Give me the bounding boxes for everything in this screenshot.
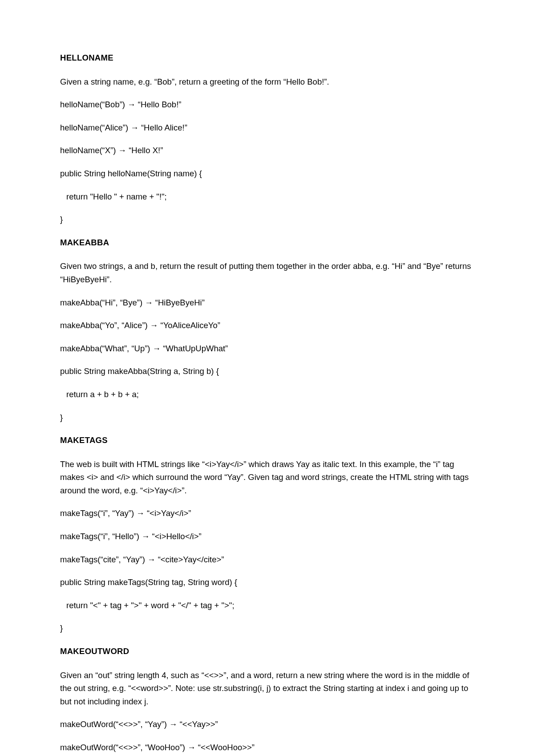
code-line: return a + b + b + a; [60, 388, 474, 401]
document-page: HELLONAME Given a string name, e.g. “Bob… [0, 0, 534, 756]
code-line: } [60, 622, 474, 635]
section-description: The web is built with HTML strings like … [60, 458, 474, 497]
example-line: helloName(“Alice”) → “Hello Alice!” [60, 121, 474, 134]
example-line: makeOutWord(“<<>>”, “Yay”) → “<<Yay>>” [60, 718, 474, 731]
example-line: makeAbba(“Yo”, “Alice”) → “YoAliceAliceY… [60, 319, 474, 332]
section-title: MAKEOUTWORD [60, 645, 474, 658]
example-line: makeTags(“i”, “Hello”) → “<i>Hello</i>” [60, 530, 474, 543]
section-title: MAKEABBA [60, 236, 474, 249]
code-line: } [60, 213, 474, 226]
section-description: Given an “out” string length 4, such as … [60, 669, 474, 708]
code-line: public String helloName(String name) { [60, 167, 474, 180]
example-line: makeOutWord(“<<>>”, “WooHoo”) → “<<WooHo… [60, 741, 474, 754]
code-line: public String makeAbba(String a, String … [60, 365, 474, 378]
example-line: makeAbba(“Hi”, “Bye”) → “HiByeByeHi” [60, 296, 474, 309]
example-line: makeAbba(“What”, “Up”) → “WhatUpUpWhat” [60, 342, 474, 355]
section-title: MAKETAGS [60, 434, 474, 447]
code-line: return "<" + tag + ">" + word + "</" + t… [60, 599, 474, 612]
code-line: public String makeTags(String tag, Strin… [60, 576, 474, 589]
section-title: HELLONAME [60, 51, 474, 65]
section-description: Given two strings, a and b, return the r… [60, 260, 474, 286]
example-line: makeTags(“cite”, “Yay”) → “<cite>Yay</ci… [60, 553, 474, 566]
code-line: } [60, 411, 474, 424]
example-line: helloName(“X”) → “Hello X!” [60, 144, 474, 157]
example-line: makeTags(“i”, “Yay”) → “<i>Yay</i>” [60, 507, 474, 520]
example-line: helloName(“Bob”) → “Hello Bob!” [60, 98, 474, 111]
section-description: Given a string name, e.g. “Bob”, return … [60, 75, 474, 89]
code-line: return "Hello " + name + "!"; [60, 190, 474, 203]
